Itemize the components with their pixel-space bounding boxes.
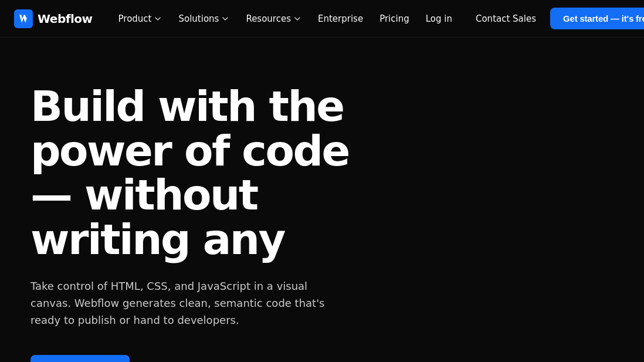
hero-title: Build with the power of code — without w… (30, 84, 392, 262)
webflow-logo-icon (14, 9, 33, 28)
svg-rect-0 (14, 9, 33, 28)
nav-item-pricing[interactable]: Pricing (372, 9, 416, 29)
hero-section: Build with the power of code — without w… (0, 38, 422, 362)
nav-links: Product Solutions Resources Enterprise P… (111, 9, 416, 29)
chevron-down-icon (293, 15, 301, 23)
contact-sales-button[interactable]: Contact Sales (466, 9, 545, 29)
nav-label-enterprise: Enterprise (318, 13, 363, 24)
nav-label-product: Product (118, 13, 152, 24)
navbar: Webflow Product Solutions Resources Ente… (0, 0, 644, 38)
start-building-button[interactable]: Start building (30, 355, 130, 362)
get-started-button[interactable]: Get started — it's free (550, 8, 644, 29)
chevron-down-icon (154, 15, 162, 23)
logo-link[interactable]: Webflow (14, 9, 93, 28)
nav-label-solutions: Solutions (178, 13, 219, 24)
chevron-down-icon (221, 15, 229, 23)
nav-item-solutions[interactable]: Solutions (171, 9, 236, 29)
nav-item-enterprise[interactable]: Enterprise (311, 9, 370, 29)
nav-right: Log in Contact Sales Get started — it's … (416, 8, 644, 29)
login-button[interactable]: Log in (416, 9, 462, 29)
logo-text: Webflow (38, 12, 93, 26)
hero-subtitle: Take control of HTML, CSS, and JavaScrip… (30, 278, 347, 329)
nav-label-resources: Resources (246, 13, 291, 24)
nav-item-resources[interactable]: Resources (239, 9, 309, 29)
nav-item-product[interactable]: Product (111, 9, 170, 29)
nav-label-pricing: Pricing (379, 13, 409, 24)
